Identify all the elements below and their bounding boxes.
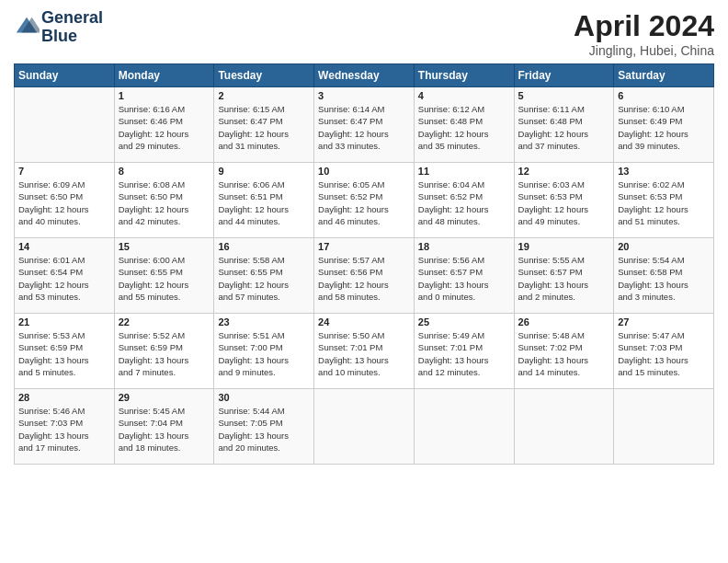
day-number: 15 bbox=[119, 241, 210, 252]
day-cell: 21Sunrise: 5:53 AM Sunset: 6:59 PM Dayli… bbox=[15, 314, 115, 389]
day-number: 28 bbox=[18, 392, 110, 403]
day-info: Sunrise: 6:05 AM Sunset: 6:52 PM Dayligh… bbox=[318, 178, 410, 227]
day-number: 4 bbox=[418, 90, 510, 101]
day-number: 6 bbox=[618, 90, 710, 101]
day-number: 3 bbox=[318, 90, 410, 101]
day-number: 17 bbox=[318, 241, 410, 252]
day-info: Sunrise: 6:08 AM Sunset: 6:50 PM Dayligh… bbox=[119, 178, 210, 227]
column-header-friday: Friday bbox=[514, 64, 614, 87]
day-info: Sunrise: 6:00 AM Sunset: 6:55 PM Dayligh… bbox=[119, 254, 210, 303]
day-cell: 10Sunrise: 6:05 AM Sunset: 6:52 PM Dayli… bbox=[314, 163, 415, 238]
day-cell: 30Sunrise: 5:44 AM Sunset: 7:05 PM Dayli… bbox=[214, 389, 314, 465]
day-info: Sunrise: 5:56 AM Sunset: 6:57 PM Dayligh… bbox=[418, 254, 510, 303]
day-info: Sunrise: 5:58 AM Sunset: 6:55 PM Dayligh… bbox=[218, 254, 310, 303]
day-info: Sunrise: 6:03 AM Sunset: 6:53 PM Dayligh… bbox=[518, 178, 610, 227]
header: General Blue April 2024 Jingling, Hubei,… bbox=[14, 9, 714, 58]
day-cell: 24Sunrise: 5:50 AM Sunset: 7:01 PM Dayli… bbox=[314, 314, 415, 389]
day-cell: 3Sunrise: 6:14 AM Sunset: 6:47 PM Daylig… bbox=[314, 87, 415, 163]
day-info: Sunrise: 5:45 AM Sunset: 7:04 PM Dayligh… bbox=[119, 405, 210, 454]
column-header-saturday: Saturday bbox=[614, 64, 714, 87]
day-cell bbox=[614, 389, 714, 465]
title-block: April 2024 Jingling, Hubei, China bbox=[574, 9, 714, 58]
day-info: Sunrise: 6:09 AM Sunset: 6:50 PM Dayligh… bbox=[18, 178, 110, 227]
logo-line2: Blue bbox=[41, 28, 103, 46]
day-info: Sunrise: 6:02 AM Sunset: 6:53 PM Dayligh… bbox=[618, 178, 710, 227]
day-number: 7 bbox=[18, 166, 110, 177]
week-row-1: 1Sunrise: 6:16 AM Sunset: 6:46 PM Daylig… bbox=[15, 87, 714, 163]
day-cell bbox=[15, 87, 115, 163]
day-info: Sunrise: 5:55 AM Sunset: 6:57 PM Dayligh… bbox=[518, 254, 610, 303]
day-info: Sunrise: 5:44 AM Sunset: 7:05 PM Dayligh… bbox=[218, 405, 310, 454]
column-header-monday: Monday bbox=[114, 64, 214, 87]
day-cell: 8Sunrise: 6:08 AM Sunset: 6:50 PM Daylig… bbox=[114, 163, 214, 238]
day-info: Sunrise: 6:12 AM Sunset: 6:48 PM Dayligh… bbox=[418, 103, 510, 152]
day-info: Sunrise: 5:53 AM Sunset: 6:59 PM Dayligh… bbox=[18, 329, 110, 378]
day-info: Sunrise: 6:04 AM Sunset: 6:52 PM Dayligh… bbox=[418, 178, 510, 227]
day-info: Sunrise: 5:54 AM Sunset: 6:58 PM Dayligh… bbox=[618, 254, 710, 303]
main-container: General Blue April 2024 Jingling, Hubei,… bbox=[0, 0, 728, 474]
day-info: Sunrise: 5:51 AM Sunset: 7:00 PM Dayligh… bbox=[218, 329, 310, 378]
day-number: 22 bbox=[119, 316, 210, 327]
column-header-wednesday: Wednesday bbox=[314, 64, 415, 87]
day-cell: 18Sunrise: 5:56 AM Sunset: 6:57 PM Dayli… bbox=[414, 238, 514, 314]
day-info: Sunrise: 6:14 AM Sunset: 6:47 PM Dayligh… bbox=[318, 103, 410, 152]
day-info: Sunrise: 5:48 AM Sunset: 7:02 PM Dayligh… bbox=[518, 329, 610, 378]
day-number: 2 bbox=[218, 90, 310, 101]
location: Jingling, Hubei, China bbox=[574, 43, 714, 58]
day-info: Sunrise: 5:57 AM Sunset: 6:56 PM Dayligh… bbox=[318, 254, 410, 303]
day-number: 18 bbox=[418, 241, 510, 252]
day-number: 16 bbox=[218, 241, 310, 252]
day-cell: 1Sunrise: 6:16 AM Sunset: 6:46 PM Daylig… bbox=[114, 87, 214, 163]
day-number: 23 bbox=[218, 316, 310, 327]
day-cell: 17Sunrise: 5:57 AM Sunset: 6:56 PM Dayli… bbox=[314, 238, 415, 314]
day-cell: 14Sunrise: 6:01 AM Sunset: 6:54 PM Dayli… bbox=[15, 238, 115, 314]
logo-line1: General bbox=[41, 9, 103, 28]
day-number: 25 bbox=[418, 316, 510, 327]
day-number: 27 bbox=[618, 316, 710, 327]
day-info: Sunrise: 5:50 AM Sunset: 7:01 PM Dayligh… bbox=[318, 329, 410, 378]
day-number: 8 bbox=[119, 166, 210, 177]
day-cell: 2Sunrise: 6:15 AM Sunset: 6:47 PM Daylig… bbox=[214, 87, 314, 163]
day-info: Sunrise: 6:16 AM Sunset: 6:46 PM Dayligh… bbox=[119, 103, 210, 152]
month-title: April 2024 bbox=[574, 9, 714, 43]
day-info: Sunrise: 6:15 AM Sunset: 6:47 PM Dayligh… bbox=[218, 103, 310, 152]
logo: General Blue bbox=[14, 9, 103, 46]
calendar-table: SundayMondayTuesdayWednesdayThursdayFrid… bbox=[14, 63, 714, 465]
day-cell: 25Sunrise: 5:49 AM Sunset: 7:01 PM Dayli… bbox=[414, 314, 514, 389]
day-cell: 11Sunrise: 6:04 AM Sunset: 6:52 PM Dayli… bbox=[414, 163, 514, 238]
day-cell: 9Sunrise: 6:06 AM Sunset: 6:51 PM Daylig… bbox=[214, 163, 314, 238]
day-number: 13 bbox=[618, 166, 710, 177]
day-number: 12 bbox=[518, 166, 610, 177]
week-row-4: 21Sunrise: 5:53 AM Sunset: 6:59 PM Dayli… bbox=[15, 314, 714, 389]
day-cell: 5Sunrise: 6:11 AM Sunset: 6:48 PM Daylig… bbox=[514, 87, 614, 163]
day-info: Sunrise: 5:49 AM Sunset: 7:01 PM Dayligh… bbox=[418, 329, 510, 378]
day-number: 11 bbox=[418, 166, 510, 177]
day-info: Sunrise: 6:06 AM Sunset: 6:51 PM Dayligh… bbox=[218, 178, 310, 227]
day-cell: 12Sunrise: 6:03 AM Sunset: 6:53 PM Dayli… bbox=[514, 163, 614, 238]
day-cell bbox=[514, 389, 614, 465]
header-row: SundayMondayTuesdayWednesdayThursdayFrid… bbox=[15, 64, 714, 87]
day-number: 30 bbox=[218, 392, 310, 403]
week-row-2: 7Sunrise: 6:09 AM Sunset: 6:50 PM Daylig… bbox=[15, 163, 714, 238]
day-cell: 22Sunrise: 5:52 AM Sunset: 6:59 PM Dayli… bbox=[114, 314, 214, 389]
day-cell: 26Sunrise: 5:48 AM Sunset: 7:02 PM Dayli… bbox=[514, 314, 614, 389]
day-number: 14 bbox=[18, 241, 110, 252]
day-cell: 6Sunrise: 6:10 AM Sunset: 6:49 PM Daylig… bbox=[614, 87, 714, 163]
day-cell: 19Sunrise: 5:55 AM Sunset: 6:57 PM Dayli… bbox=[514, 238, 614, 314]
day-cell bbox=[414, 389, 514, 465]
day-info: Sunrise: 5:46 AM Sunset: 7:03 PM Dayligh… bbox=[18, 405, 110, 454]
day-cell: 23Sunrise: 5:51 AM Sunset: 7:00 PM Dayli… bbox=[214, 314, 314, 389]
week-row-5: 28Sunrise: 5:46 AM Sunset: 7:03 PM Dayli… bbox=[15, 389, 714, 465]
day-info: Sunrise: 5:52 AM Sunset: 6:59 PM Dayligh… bbox=[119, 329, 210, 378]
day-number: 21 bbox=[18, 316, 110, 327]
day-cell: 27Sunrise: 5:47 AM Sunset: 7:03 PM Dayli… bbox=[614, 314, 714, 389]
day-number: 9 bbox=[218, 166, 310, 177]
day-number: 19 bbox=[518, 241, 610, 252]
day-cell: 20Sunrise: 5:54 AM Sunset: 6:58 PM Dayli… bbox=[614, 238, 714, 314]
day-info: Sunrise: 6:01 AM Sunset: 6:54 PM Dayligh… bbox=[18, 254, 110, 303]
day-info: Sunrise: 6:11 AM Sunset: 6:48 PM Dayligh… bbox=[518, 103, 610, 152]
logo-icon bbox=[14, 15, 40, 40]
day-cell: 13Sunrise: 6:02 AM Sunset: 6:53 PM Dayli… bbox=[614, 163, 714, 238]
column-header-thursday: Thursday bbox=[414, 64, 514, 87]
day-number: 5 bbox=[518, 90, 610, 101]
